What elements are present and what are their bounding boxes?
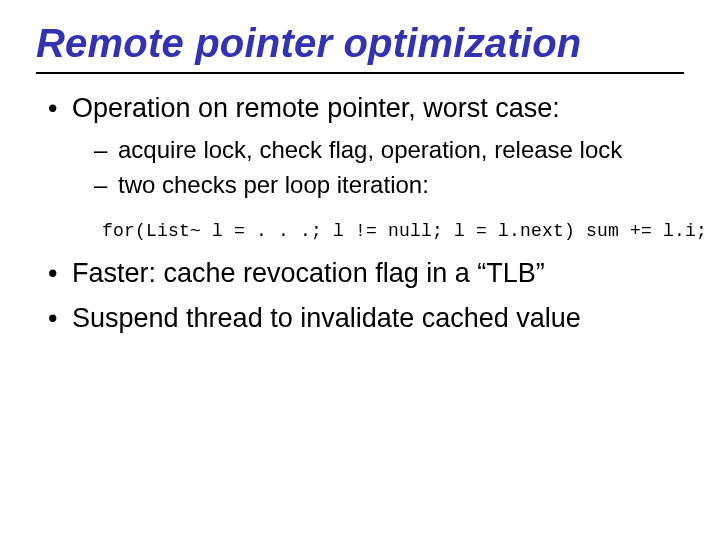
code-snippet: for(List~ l = . . .; l != null; l = l.ne… — [102, 221, 684, 243]
sub-item: two checks per loop iteration: — [72, 170, 684, 199]
title-underline — [36, 72, 684, 74]
bullet-text: Operation on remote pointer, worst case: — [72, 93, 560, 123]
bullet-text: Faster: cache revocation flag in a “TLB” — [72, 258, 545, 288]
sub-text: two checks per loop iteration: — [118, 171, 429, 198]
slide-title: Remote pointer optimization — [36, 22, 684, 70]
sub-item: acquire lock, check flag, operation, rel… — [72, 135, 684, 164]
bullet-list: Operation on remote pointer, worst case:… — [42, 92, 684, 335]
bullet-item: Faster: cache revocation flag in a “TLB” — [42, 257, 684, 290]
sub-text: acquire lock, check flag, operation, rel… — [118, 136, 622, 163]
sub-list: acquire lock, check flag, operation, rel… — [72, 135, 684, 200]
bullet-item: Suspend thread to invalidate cached valu… — [42, 302, 684, 335]
bullet-text: Suspend thread to invalidate cached valu… — [72, 303, 581, 333]
slide-content: Operation on remote pointer, worst case:… — [36, 92, 684, 335]
slide: Remote pointer optimization Operation on… — [0, 0, 720, 540]
bullet-item: Operation on remote pointer, worst case:… — [42, 92, 684, 243]
